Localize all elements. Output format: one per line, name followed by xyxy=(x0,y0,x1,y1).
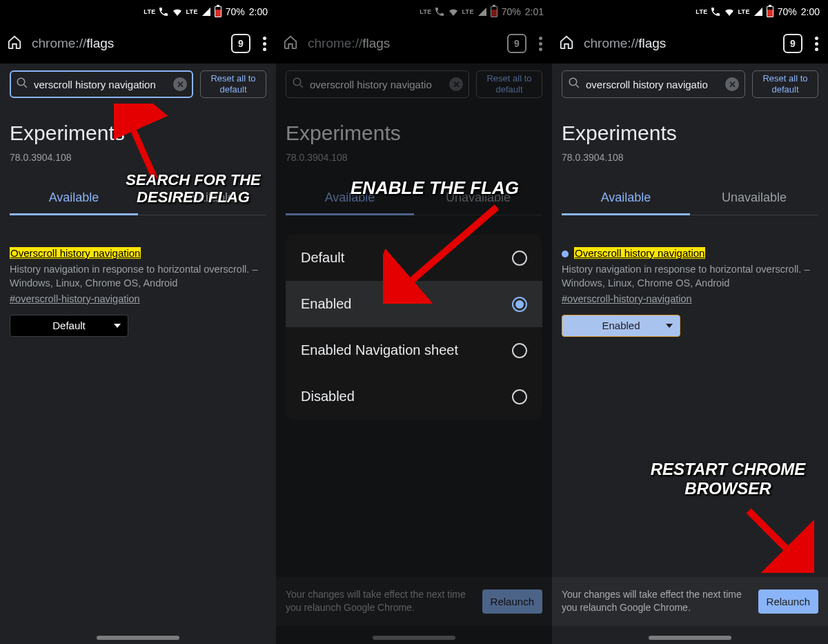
flag-item: Overscroll history navigation History na… xyxy=(10,247,266,337)
option-enabled-nav-sheet[interactable]: Enabled Navigation sheet xyxy=(286,327,542,373)
option-label: Enabled xyxy=(301,296,351,312)
tab-available[interactable]: Available xyxy=(10,184,138,215)
flag-title[interactable]: Overscroll history navigation xyxy=(10,247,141,259)
android-nav-pill[interactable] xyxy=(373,636,455,640)
screen-3: LTE LTE 70% 2:00 chrome://flags 9 ✕ Rese… xyxy=(552,0,828,644)
relaunch-button[interactable]: Relaunch xyxy=(482,589,542,614)
tab-available[interactable]: Available xyxy=(286,184,414,215)
flag-anchor-link[interactable]: #overscroll-history-navigation xyxy=(562,293,692,304)
clock: 2:00 xyxy=(249,6,268,17)
search-input-wrap: ✕ xyxy=(10,70,193,98)
flags-page: ✕ Reset all to default Experiments 78.0.… xyxy=(0,64,276,644)
svg-point-1 xyxy=(293,78,301,86)
tab-available[interactable]: Available xyxy=(562,184,690,215)
option-enabled[interactable]: Enabled xyxy=(286,281,542,327)
flag-select[interactable]: Enabled xyxy=(562,315,680,337)
tabs: Available Unavailable xyxy=(10,184,266,215)
flags-page: ✕ Reset all to default Experiments 78.0.… xyxy=(552,64,828,644)
calling-icon xyxy=(710,6,721,17)
clock: 2:01 xyxy=(525,6,544,17)
flag-item: Overscroll history navigation History na… xyxy=(562,247,818,337)
changed-dot-icon xyxy=(562,251,569,257)
url-path: flags xyxy=(362,36,390,50)
clear-search-icon[interactable]: ✕ xyxy=(725,77,739,91)
reset-all-button[interactable]: Reset all to default xyxy=(752,70,818,98)
tab-unavailable[interactable]: Unavailable xyxy=(690,184,818,215)
battery-percent: 70% xyxy=(778,6,797,17)
lte-label: LTE xyxy=(144,8,155,15)
lte-label-2: LTE xyxy=(738,8,749,15)
battery-percent: 70% xyxy=(226,6,245,17)
lte-label-2: LTE xyxy=(462,8,473,15)
menu-icon[interactable] xyxy=(260,34,269,54)
option-label: Default xyxy=(301,250,344,266)
search-input-wrap: ✕ xyxy=(562,70,745,98)
relaunch-text: Your changes will take effect the next t… xyxy=(286,588,474,615)
relaunch-button[interactable]: Relaunch xyxy=(758,589,818,614)
android-nav-pill[interactable] xyxy=(649,636,731,640)
android-nav-pill[interactable] xyxy=(97,636,179,640)
status-bar: LTE LTE 70% 2:00 xyxy=(0,0,276,23)
tabs-button[interactable]: 9 xyxy=(231,34,250,53)
reset-all-button[interactable]: Reset all to default xyxy=(200,70,266,98)
flag-select[interactable]: Default xyxy=(10,315,128,337)
tab-unavailable[interactable]: Unavailable xyxy=(414,184,542,215)
screen-2: LTE LTE 70% 2:01 chrome://flags 9 ✕ Rese… xyxy=(276,0,552,644)
search-input[interactable] xyxy=(586,79,720,90)
wifi-icon xyxy=(448,6,459,17)
status-bar: LTE LTE 70% 2:01 xyxy=(276,0,552,23)
tabs-button[interactable]: 9 xyxy=(507,34,526,53)
home-icon[interactable] xyxy=(7,35,22,52)
home-icon[interactable] xyxy=(283,35,298,52)
clear-search-icon[interactable]: ✕ xyxy=(449,77,463,91)
menu-icon[interactable] xyxy=(536,34,545,54)
url-bar[interactable]: chrome://flags xyxy=(584,36,773,51)
menu-icon[interactable] xyxy=(812,34,821,54)
relaunch-bar: Your changes will take effect the next t… xyxy=(276,577,552,626)
search-icon xyxy=(568,77,580,92)
option-label: Enabled Navigation sheet xyxy=(301,342,458,358)
battery-percent: 70% xyxy=(502,6,521,17)
flag-select-value: Enabled xyxy=(602,320,640,331)
url-path: flags xyxy=(86,36,114,50)
calling-icon xyxy=(434,6,445,17)
page-title: Experiments xyxy=(286,121,542,145)
flag-anchor-link[interactable]: #overscroll-history-navigation xyxy=(10,293,140,304)
flag-title[interactable]: Overscroll history navigation xyxy=(574,247,705,259)
tabs: Available Unavailable xyxy=(286,184,542,215)
search-input-wrap: ✕ xyxy=(286,70,469,98)
wifi-icon xyxy=(724,6,735,17)
url-path: flags xyxy=(638,36,666,50)
version-label: 78.0.3904.108 xyxy=(562,152,818,163)
version-label: 78.0.3904.108 xyxy=(10,152,266,163)
url-bar[interactable]: chrome://flags xyxy=(308,36,497,51)
home-icon[interactable] xyxy=(559,35,574,52)
search-icon xyxy=(16,77,28,92)
radio-icon xyxy=(512,389,527,404)
wifi-icon xyxy=(172,6,183,17)
radio-icon xyxy=(512,251,527,266)
chevron-down-icon xyxy=(666,324,673,328)
signal-icon xyxy=(201,6,212,17)
tab-unavailable[interactable]: Unavailable xyxy=(138,184,266,215)
battery-icon xyxy=(491,6,497,17)
clear-search-icon[interactable]: ✕ xyxy=(173,77,187,91)
search-input[interactable] xyxy=(310,79,444,90)
tabs: Available Unavailable xyxy=(562,184,818,215)
option-disabled[interactable]: Disabled xyxy=(286,373,542,420)
svg-point-0 xyxy=(17,78,25,86)
radio-icon xyxy=(512,343,527,358)
url-bar[interactable]: chrome://flags xyxy=(32,36,221,51)
option-label: Disabled xyxy=(301,389,355,404)
flag-select-value: Default xyxy=(52,320,86,331)
signal-icon xyxy=(477,6,488,17)
option-sheet: Default Enabled Enabled Navigation sheet… xyxy=(286,235,542,420)
option-default[interactable]: Default xyxy=(286,235,542,281)
page-title: Experiments xyxy=(562,121,818,145)
search-input[interactable] xyxy=(34,79,168,90)
reset-all-button[interactable]: Reset all to default xyxy=(476,70,542,98)
tabs-button[interactable]: 9 xyxy=(783,34,802,53)
status-bar: LTE LTE 70% 2:00 xyxy=(552,0,828,23)
relaunch-bar: Your changes will take effect the next t… xyxy=(552,577,828,626)
version-label: 78.0.3904.108 xyxy=(286,152,542,163)
